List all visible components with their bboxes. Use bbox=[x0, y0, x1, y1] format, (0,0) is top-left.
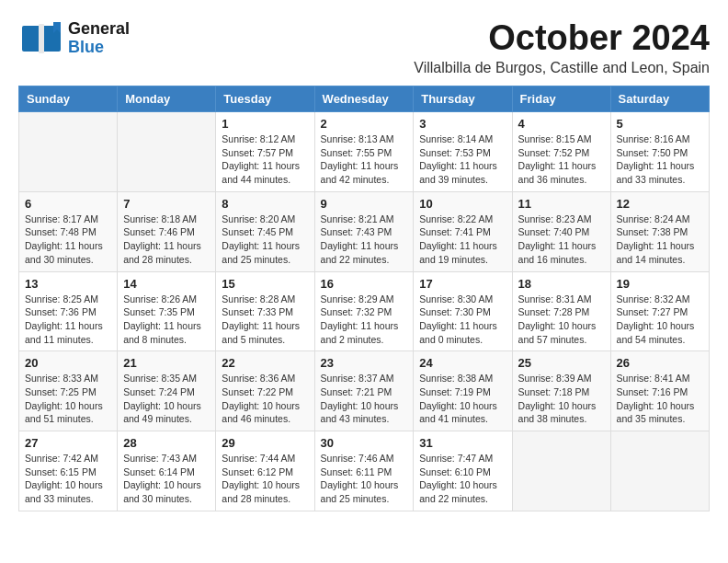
weekday-header-monday: Monday bbox=[118, 86, 216, 112]
day-number: 24 bbox=[419, 356, 506, 370]
day-number: 18 bbox=[518, 277, 605, 291]
day-info: Sunrise: 8:24 AM Sunset: 7:38 PM Dayligh… bbox=[617, 213, 703, 267]
calendar-cell: 24Sunrise: 8:38 AM Sunset: 7:19 PM Dayli… bbox=[414, 351, 512, 431]
day-info: Sunrise: 8:30 AM Sunset: 7:30 PM Dayligh… bbox=[419, 293, 506, 347]
calendar-cell: 16Sunrise: 8:29 AM Sunset: 7:32 PM Dayli… bbox=[314, 271, 414, 351]
day-number: 22 bbox=[222, 356, 308, 370]
calendar-cell: 10Sunrise: 8:22 AM Sunset: 7:41 PM Dayli… bbox=[414, 191, 512, 271]
day-info: Sunrise: 8:13 AM Sunset: 7:55 PM Dayligh… bbox=[321, 132, 408, 187]
day-number: 8 bbox=[222, 197, 308, 211]
calendar-cell: 26Sunrise: 8:41 AM Sunset: 7:16 PM Dayli… bbox=[610, 351, 709, 431]
day-info: Sunrise: 8:26 AM Sunset: 7:35 PM Dayligh… bbox=[123, 293, 210, 347]
weekday-header-friday: Friday bbox=[512, 86, 610, 112]
day-info: Sunrise: 8:17 AM Sunset: 7:48 PM Dayligh… bbox=[25, 213, 111, 267]
logo-blue-text: Blue bbox=[68, 39, 130, 57]
weekday-header-sunday: Sunday bbox=[19, 86, 118, 112]
day-number: 28 bbox=[123, 436, 210, 450]
calendar-cell bbox=[118, 112, 216, 192]
month-title: October 2024 bbox=[414, 18, 710, 58]
day-info: Sunrise: 8:36 AM Sunset: 7:22 PM Dayligh… bbox=[222, 372, 308, 426]
day-number: 3 bbox=[419, 117, 506, 131]
day-number: 26 bbox=[617, 356, 703, 370]
day-info: Sunrise: 8:31 AM Sunset: 7:28 PM Dayligh… bbox=[518, 293, 605, 347]
weekday-header-wednesday: Wednesday bbox=[314, 86, 414, 112]
calendar-table: SundayMondayTuesdayWednesdayThursdayFrid… bbox=[18, 86, 710, 511]
day-number: 10 bbox=[419, 197, 506, 211]
calendar-cell: 22Sunrise: 8:36 AM Sunset: 7:22 PM Dayli… bbox=[216, 351, 314, 431]
day-info: Sunrise: 7:43 AM Sunset: 6:14 PM Dayligh… bbox=[123, 452, 210, 506]
calendar-cell bbox=[610, 431, 709, 511]
day-number: 25 bbox=[518, 356, 605, 370]
day-info: Sunrise: 8:39 AM Sunset: 7:18 PM Dayligh… bbox=[518, 372, 605, 426]
calendar-cell: 15Sunrise: 8:28 AM Sunset: 7:33 PM Dayli… bbox=[216, 271, 314, 351]
day-number: 9 bbox=[321, 197, 408, 211]
calendar-cell: 13Sunrise: 8:25 AM Sunset: 7:36 PM Dayli… bbox=[19, 271, 118, 351]
calendar-cell: 11Sunrise: 8:23 AM Sunset: 7:40 PM Dayli… bbox=[512, 191, 610, 271]
calendar-cell: 23Sunrise: 8:37 AM Sunset: 7:21 PM Dayli… bbox=[314, 351, 414, 431]
day-info: Sunrise: 7:47 AM Sunset: 6:10 PM Dayligh… bbox=[419, 452, 506, 506]
calendar-cell: 28Sunrise: 7:43 AM Sunset: 6:14 PM Dayli… bbox=[118, 431, 216, 511]
day-number: 1 bbox=[222, 117, 308, 131]
calendar-week-4: 20Sunrise: 8:33 AM Sunset: 7:25 PM Dayli… bbox=[19, 351, 710, 431]
calendar-cell: 5Sunrise: 8:16 AM Sunset: 7:50 PM Daylig… bbox=[610, 112, 709, 192]
calendar-cell: 17Sunrise: 8:30 AM Sunset: 7:30 PM Dayli… bbox=[414, 271, 512, 351]
calendar-week-5: 27Sunrise: 7:42 AM Sunset: 6:15 PM Dayli… bbox=[19, 431, 710, 511]
logo: General Blue bbox=[18, 18, 130, 59]
day-number: 15 bbox=[222, 277, 308, 291]
day-info: Sunrise: 8:14 AM Sunset: 7:53 PM Dayligh… bbox=[419, 132, 506, 187]
calendar-cell: 31Sunrise: 7:47 AM Sunset: 6:10 PM Dayli… bbox=[414, 431, 512, 511]
calendar-cell: 21Sunrise: 8:35 AM Sunset: 7:24 PM Dayli… bbox=[118, 351, 216, 431]
day-info: Sunrise: 8:33 AM Sunset: 7:25 PM Dayligh… bbox=[25, 372, 111, 426]
svg-rect-2 bbox=[39, 24, 44, 53]
calendar-week-2: 6Sunrise: 8:17 AM Sunset: 7:48 PM Daylig… bbox=[19, 191, 710, 271]
calendar-cell: 1Sunrise: 8:12 AM Sunset: 7:57 PM Daylig… bbox=[216, 112, 314, 192]
day-info: Sunrise: 8:29 AM Sunset: 7:32 PM Dayligh… bbox=[321, 293, 408, 347]
calendar-cell: 29Sunrise: 7:44 AM Sunset: 6:12 PM Dayli… bbox=[216, 431, 314, 511]
calendar-cell: 19Sunrise: 8:32 AM Sunset: 7:27 PM Dayli… bbox=[610, 271, 709, 351]
day-number: 31 bbox=[419, 436, 506, 450]
day-number: 5 bbox=[617, 117, 703, 131]
calendar-cell: 9Sunrise: 8:21 AM Sunset: 7:43 PM Daylig… bbox=[314, 191, 414, 271]
calendar-cell: 30Sunrise: 7:46 AM Sunset: 6:11 PM Dayli… bbox=[314, 431, 414, 511]
day-number: 16 bbox=[321, 277, 408, 291]
day-info: Sunrise: 8:15 AM Sunset: 7:52 PM Dayligh… bbox=[518, 132, 605, 187]
calendar-cell: 14Sunrise: 8:26 AM Sunset: 7:35 PM Dayli… bbox=[118, 271, 216, 351]
day-number: 30 bbox=[321, 436, 408, 450]
calendar-cell: 4Sunrise: 8:15 AM Sunset: 7:52 PM Daylig… bbox=[512, 112, 610, 192]
calendar-cell: 2Sunrise: 8:13 AM Sunset: 7:55 PM Daylig… bbox=[314, 112, 414, 192]
day-info: Sunrise: 7:42 AM Sunset: 6:15 PM Dayligh… bbox=[25, 452, 111, 506]
day-number: 23 bbox=[321, 356, 408, 370]
day-number: 13 bbox=[25, 277, 111, 291]
calendar-cell bbox=[19, 112, 118, 192]
calendar-cell: 7Sunrise: 8:18 AM Sunset: 7:46 PM Daylig… bbox=[118, 191, 216, 271]
day-info: Sunrise: 8:38 AM Sunset: 7:19 PM Dayligh… bbox=[419, 372, 506, 426]
calendar-cell: 3Sunrise: 8:14 AM Sunset: 7:53 PM Daylig… bbox=[414, 112, 512, 192]
calendar-header-row: SundayMondayTuesdayWednesdayThursdayFrid… bbox=[19, 86, 710, 112]
day-info: Sunrise: 7:46 AM Sunset: 6:11 PM Dayligh… bbox=[321, 452, 408, 506]
logo-icon bbox=[18, 18, 64, 59]
day-info: Sunrise: 8:35 AM Sunset: 7:24 PM Dayligh… bbox=[123, 372, 210, 426]
day-info: Sunrise: 8:20 AM Sunset: 7:45 PM Dayligh… bbox=[222, 213, 308, 267]
svg-rect-0 bbox=[22, 26, 40, 52]
calendar-cell: 6Sunrise: 8:17 AM Sunset: 7:48 PM Daylig… bbox=[19, 191, 118, 271]
page-header: General Blue October 2024 Villalbilla de… bbox=[18, 18, 710, 76]
logo-general-text: General bbox=[68, 20, 130, 39]
calendar-cell: 25Sunrise: 8:39 AM Sunset: 7:18 PM Dayli… bbox=[512, 351, 610, 431]
day-info: Sunrise: 8:12 AM Sunset: 7:57 PM Dayligh… bbox=[222, 132, 308, 187]
calendar-week-1: 1Sunrise: 8:12 AM Sunset: 7:57 PM Daylig… bbox=[19, 112, 710, 192]
day-info: Sunrise: 7:44 AM Sunset: 6:12 PM Dayligh… bbox=[222, 452, 308, 506]
title-block: October 2024 Villalbilla de Burgos, Cast… bbox=[414, 18, 710, 76]
day-number: 14 bbox=[123, 277, 210, 291]
day-number: 2 bbox=[321, 117, 408, 131]
day-info: Sunrise: 8:18 AM Sunset: 7:46 PM Dayligh… bbox=[123, 213, 210, 267]
weekday-header-tuesday: Tuesday bbox=[216, 86, 314, 112]
day-number: 11 bbox=[518, 197, 605, 211]
day-info: Sunrise: 8:41 AM Sunset: 7:16 PM Dayligh… bbox=[617, 372, 703, 426]
day-info: Sunrise: 8:22 AM Sunset: 7:41 PM Dayligh… bbox=[419, 213, 506, 267]
day-number: 4 bbox=[518, 117, 605, 131]
day-info: Sunrise: 8:37 AM Sunset: 7:21 PM Dayligh… bbox=[321, 372, 408, 426]
day-number: 19 bbox=[617, 277, 703, 291]
day-number: 7 bbox=[123, 197, 210, 211]
location-title: Villalbilla de Burgos, Castille and Leon… bbox=[414, 60, 710, 76]
day-info: Sunrise: 8:25 AM Sunset: 7:36 PM Dayligh… bbox=[25, 293, 111, 347]
